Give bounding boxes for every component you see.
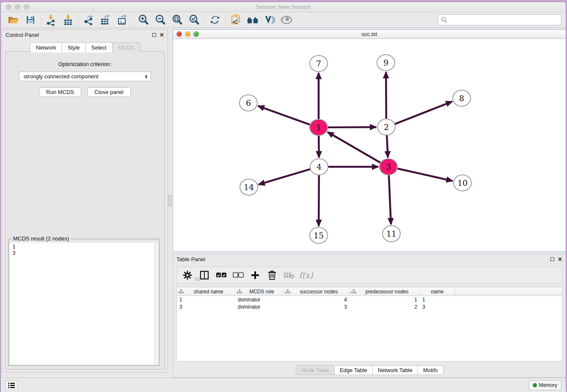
search-input[interactable] <box>438 14 561 25</box>
table-cell[interactable]: 1 <box>420 296 455 303</box>
graph-node-9[interactable]: 9 <box>377 54 395 71</box>
zoom-out-icon <box>154 14 166 26</box>
zoom-out-button[interactable] <box>152 13 169 27</box>
tab-style[interactable]: Style <box>62 42 86 52</box>
network-title: scc.txt <box>362 31 377 37</box>
graph-node-8[interactable]: 8 <box>452 90 471 107</box>
tab-network-table[interactable]: Network Table <box>372 365 418 375</box>
graph-edge-3-1[interactable] <box>328 132 380 163</box>
float-table-panel-icon[interactable] <box>550 257 554 261</box>
tab-edge-table[interactable]: Edge Table <box>334 365 373 375</box>
table-row[interactable]: 3dominator323 <box>177 303 562 310</box>
close-panel-icon[interactable]: ✕ <box>160 32 164 38</box>
show-all-networks-button[interactable] <box>244 13 261 27</box>
graph-edge-2-3[interactable] <box>387 135 388 157</box>
table-cell[interactable]: 3 <box>420 303 455 310</box>
graph-node-4[interactable]: 4 <box>310 158 328 175</box>
node-table[interactable]: shared nameMCDS rolesuccessor nodesprede… <box>176 287 562 362</box>
graph-node-7[interactable]: 7 <box>309 55 328 72</box>
minimize-window-button[interactable] <box>15 4 20 10</box>
open-session-button[interactable] <box>5 13 22 27</box>
save-session-button[interactable] <box>22 13 39 27</box>
column-header-successor-nodes[interactable]: successor nodes <box>284 287 350 295</box>
table-cell[interactable]: 4 <box>284 296 350 303</box>
graph-edge-2-8[interactable] <box>395 102 452 124</box>
delete-column-button[interactable] <box>266 269 278 282</box>
new-network-from-selection-button[interactable] <box>227 13 244 27</box>
tab-node-table[interactable]: Node Table <box>296 365 335 375</box>
zoom-fit-button[interactable] <box>169 13 186 27</box>
graph-edge-1-2[interactable] <box>328 127 376 127</box>
import-network-button[interactable] <box>43 13 60 27</box>
function-builder-button[interactable]: f(x) <box>300 269 312 282</box>
close-window-button[interactable] <box>6 4 11 10</box>
table-cell[interactable]: 1 <box>350 296 420 303</box>
column-header-shared-name[interactable]: shared name <box>177 287 235 295</box>
show-hide-graphics-button[interactable] <box>278 13 295 27</box>
run-mcds-button[interactable]: Run MCDS <box>39 87 81 97</box>
graph-node-14[interactable]: 14 <box>239 179 258 196</box>
deselect-all-rows-button[interactable] <box>232 269 245 282</box>
graph-edge-4-14[interactable] <box>259 169 310 185</box>
select-all-rows-button[interactable] <box>215 269 228 282</box>
graph-node-15[interactable]: 15 <box>309 227 328 244</box>
network-canvas[interactable]: 1234678910111415 <box>173 39 566 251</box>
network-maximize-button[interactable]: + <box>193 31 199 37</box>
tab-mcds[interactable]: MCDS <box>112 42 140 52</box>
graph-edge-1-4[interactable] <box>319 136 319 157</box>
mcds-result-text[interactable]: 1 3 <box>10 243 158 364</box>
graph-edge-1-6[interactable] <box>258 106 310 124</box>
import-table-button[interactable] <box>60 13 77 27</box>
table-cell[interactable]: 3 <box>284 303 350 310</box>
table-row[interactable]: 1dominator411 <box>177 296 562 303</box>
graph-node-3[interactable]: 3 <box>379 158 398 175</box>
vertical-splitter[interactable] <box>169 28 171 373</box>
zoom-window-button[interactable] <box>24 4 29 10</box>
delete-table-button[interactable] <box>283 269 295 282</box>
tab-network[interactable]: Network <box>30 42 62 52</box>
graph-node-11[interactable]: 11 <box>382 225 401 242</box>
refresh-view-button[interactable] <box>206 13 223 27</box>
table-cell[interactable]: dominator <box>235 303 284 310</box>
graph-node-1[interactable]: 1 <box>309 119 328 136</box>
graph-node-10[interactable]: 10 <box>453 174 472 191</box>
export-table-button[interactable] <box>97 13 114 27</box>
graph-edge-3-10[interactable] <box>397 168 452 181</box>
network-close-button[interactable]: ✕ <box>176 31 182 37</box>
task-history-button[interactable] <box>5 380 18 390</box>
graph-edge-3-11[interactable] <box>389 175 391 224</box>
tab-motifs[interactable]: Motifs <box>418 365 443 375</box>
column-header-predecessor-nodes[interactable]: predecessor nodes <box>350 287 420 295</box>
graph-edge-2-9[interactable] <box>386 72 386 119</box>
horizontal-splitter-grip[interactable] <box>195 277 200 281</box>
splitter-grip[interactable] <box>168 195 172 206</box>
network-window: ✕ − + scc.txt 1234678910111415 <box>173 29 566 252</box>
table-panel-title: Table Panel <box>176 256 205 262</box>
table-body: 1dominator4113dominator323 <box>177 296 562 310</box>
network-minimize-button[interactable]: − <box>185 31 190 37</box>
column-header-MCDS-role[interactable]: MCDS role <box>235 287 284 295</box>
graph-node-2[interactable]: 2 <box>377 119 396 135</box>
memory-button[interactable]: Memory <box>528 380 561 390</box>
zoom-selected-button[interactable] <box>186 13 203 27</box>
table-cell[interactable]: dominator <box>235 296 284 303</box>
table-cell[interactable]: 1 <box>177 296 235 303</box>
create-column-button[interactable] <box>249 269 261 282</box>
table-cell[interactable]: 3 <box>177 303 235 310</box>
column-header-name[interactable]: name <box>420 287 455 295</box>
tab-select[interactable]: Select <box>85 42 113 52</box>
table-cell[interactable]: 2 <box>350 303 420 310</box>
graph-edge-4-15[interactable] <box>319 175 319 226</box>
float-panel-icon[interactable] <box>152 33 156 37</box>
export-image-button[interactable] <box>114 13 131 27</box>
optimization-criterion-select[interactable]: strongly connected component ▲▼ <box>19 72 151 81</box>
zoom-in-button[interactable] <box>135 13 152 27</box>
export-network-button[interactable] <box>80 13 97 27</box>
close-panel-button[interactable]: Close panel <box>87 87 131 97</box>
table-settings-button[interactable] <box>181 269 194 282</box>
toolbar-separator <box>41 13 41 27</box>
result-scrollbar[interactable] <box>154 243 158 364</box>
graph-node-6[interactable]: 6 <box>239 94 258 111</box>
close-table-panel-icon[interactable]: ✕ <box>558 257 562 262</box>
vizmapper-button[interactable] <box>261 13 278 27</box>
